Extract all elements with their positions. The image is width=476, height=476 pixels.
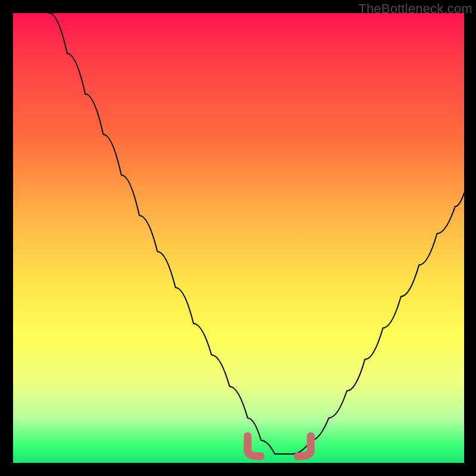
bottleneck-curve bbox=[49, 13, 464, 454]
chart-svg bbox=[13, 13, 464, 463]
chart-frame: TheBottleneck.com bbox=[0, 0, 476, 476]
minimum-marker-right bbox=[298, 436, 311, 456]
plot-area bbox=[13, 13, 464, 463]
minimum-marker-left bbox=[248, 436, 261, 456]
